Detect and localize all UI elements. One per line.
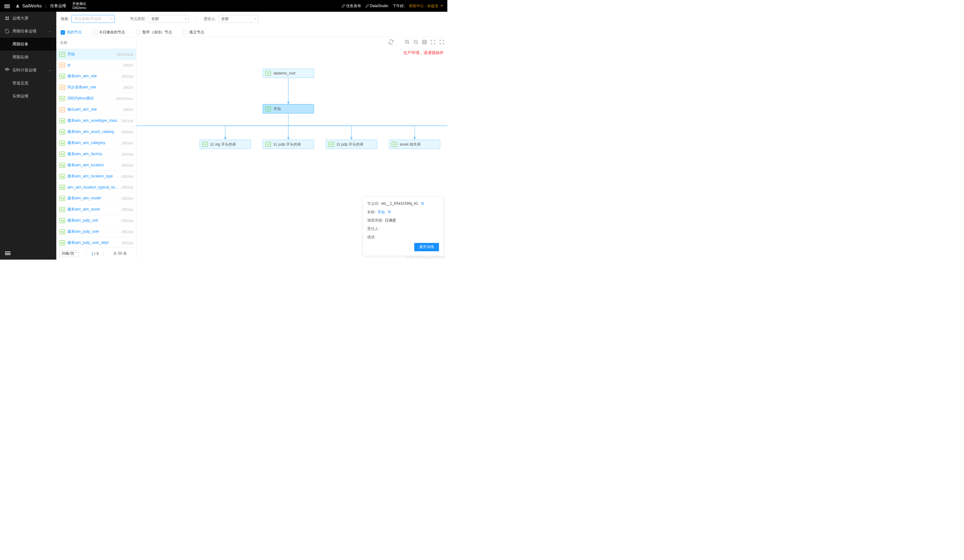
link-task-publish[interactable]: 任务发布 [342, 3, 361, 9]
expand-detail-button[interactable]: 展开详情 [414, 243, 439, 251]
dag-node[interactable]: Vi开始 [263, 104, 314, 114]
list-item[interactable]: Sq建表aim_aim_asset_catalogZBDSql [56, 127, 136, 138]
type-badge: Vi [265, 142, 271, 147]
svg-rect-3 [7, 19, 9, 20]
page-next[interactable]: 〉 [101, 251, 107, 256]
list-item[interactable]: Sq建表aim_aim_assetZBDSql [56, 204, 136, 215]
chevron-up-icon: ︿ [48, 68, 51, 72]
node-detail-panel: 节点ID:ws__1_kXa1#1bIq_e1⧉ 名称:开始⧉ 调度周期:日调度… [363, 196, 444, 256]
list-item[interactable]: Sq建表aim_judp_unitZBDSql [56, 215, 136, 226]
type-badge: Sq [59, 240, 65, 245]
env-name: 开发测试 [72, 2, 86, 6]
user-menu[interactable]: 研发中心 - 余益龙 [409, 3, 443, 9]
detail-desc-label: 描述: [367, 235, 376, 240]
chk-my-nodes[interactable]: ✓ 我的节点 [61, 30, 82, 35]
page-size-select[interactable]: 20条/页 ▾ [59, 250, 79, 257]
owner-value: 全部 [221, 16, 229, 22]
type-badge: Vi [265, 71, 271, 76]
dag-node[interactable]: Vidademo_root [263, 68, 314, 78]
chk-today-modified[interactable]: 今日修改的节点 [93, 30, 125, 35]
svg-marker-11 [224, 137, 226, 140]
dag-node[interactable]: Vi以 judp 开头的表 [263, 140, 314, 149]
list-item[interactable]: Sq建表aim_aim_categoryZBDSql [56, 138, 136, 149]
node-name: di [67, 63, 123, 67]
node-type: ZBDSql [121, 219, 133, 222]
list-item[interactable]: Sq建表aim_aim_assettype_classZBDSql [56, 115, 136, 127]
node-type: ZBDSql [121, 75, 133, 78]
list-item[interactable]: Di同步源表aim_siteZBDDi [56, 82, 136, 93]
chk-label: 暂停（冻结）节点 [142, 30, 172, 35]
node-name: 建表aim_aim_factroy [67, 151, 121, 157]
dag-node-label: 以 xtg 开头的表 [210, 142, 236, 147]
type-badge: Vi [202, 142, 208, 147]
detail-id-label: 节点ID: [367, 201, 379, 206]
dag-node[interactable]: Vi以 pdp 开头的表 [326, 140, 377, 149]
clear-icon[interactable]: ✕ [110, 17, 112, 21]
chk-orphan[interactable]: 孤立节点 [183, 30, 204, 35]
chevron-up-icon: ︿ [48, 29, 51, 33]
node-type: ZBDDi [123, 86, 133, 89]
type-badge: Di [59, 107, 65, 112]
node-name: 建表aim_aim_location_type [67, 174, 121, 179]
dag-node[interactable]: Vi以 xtg 开头的表 [200, 140, 251, 149]
detail-name-label: 名称: [367, 209, 376, 215]
checkbox-icon [183, 30, 187, 35]
greeting: 下午好, [392, 3, 405, 9]
detail-sched-label: 调度周期: [367, 218, 383, 223]
sidebar-item-instance-ops[interactable]: 实例运维 [0, 89, 56, 102]
list-item[interactable]: DidiZBDDi [56, 60, 136, 71]
node-type: ZBDDi [123, 108, 133, 112]
list-item[interactable]: Di输出aim_aim_siteZBDDi [56, 104, 136, 115]
node-list[interactable]: Vi开始ZBDVirtualDidiZBDDiSq建表aim_aim_siteZ… [56, 49, 136, 247]
dag-node[interactable]: Viasset 相关表 [389, 140, 440, 149]
sidebar-label: 周期任务运维 [12, 28, 36, 34]
page-size-value: 20条/页 [62, 251, 74, 256]
sidebar-collapse[interactable] [0, 247, 56, 260]
list-item[interactable]: PyZBDPython测试ZBDPython [56, 93, 136, 104]
checkbox-icon [93, 30, 97, 35]
type-badge: Sq [59, 118, 65, 123]
node-name: 建表aim_aim_asset_catalog [67, 129, 121, 135]
watermark: CSDN @OkGogooXSailboat [406, 256, 446, 259]
sidebar-item-pipeline-overview[interactable]: 管道总览 [0, 77, 56, 89]
sidebar-item-realtime-ops[interactable]: 实时计算运维 ︿ [0, 64, 56, 77]
sidebar-item-dashboard[interactable]: 运维大屏 [0, 12, 56, 25]
node-type: ZBDDi [123, 63, 133, 67]
hamburger-icon[interactable] [4, 4, 10, 8]
env-selector[interactable]: 开发测试 DADemo [72, 2, 86, 10]
type-select[interactable]: 全部 ▾ [148, 15, 189, 23]
node-list-pane: 名称 Vi开始ZBDVirtualDidiZBDDiSq建表aim_aim_si… [56, 37, 137, 260]
sidebar-label: 周期实例 [12, 54, 28, 60]
list-item[interactable]: Sq建表aim_aim_locationZBDSql [56, 160, 136, 171]
node-name: 建表aim_judp_unit [67, 218, 121, 223]
sidebar-item-periodic-task[interactable]: 周期任务 [0, 38, 56, 51]
cycle-icon [5, 29, 9, 33]
svg-rect-0 [6, 17, 7, 18]
copy-icon[interactable]: ⧉ [388, 209, 391, 215]
list-item[interactable]: Sq建表aim_aim_factroyZBDSql [56, 149, 136, 160]
dag-canvas[interactable]: 生产环境，请谨慎操作 Vidademo_rootVi开始Vi相关表Vi以 xtg… [137, 37, 447, 260]
copy-icon[interactable]: ⧉ [421, 201, 424, 206]
type-badge: Sq [59, 74, 65, 79]
chk-paused[interactable]: 暂停（冻结）节点 [136, 30, 172, 35]
list-item[interactable]: Sq建表aim_aim_location_typeZBDSql [56, 171, 136, 182]
list-item[interactable]: Sq建表aim_judp_user_deptZBDSql [56, 237, 136, 247]
list-item[interactable]: Sq建表aim_aim_siteZBDSql [56, 71, 136, 82]
list-item[interactable]: Sqaim_aim_location_typical_str...ZBDSql [56, 182, 136, 193]
list-item[interactable]: Sq建表aim_aim_modelZBDSql [56, 193, 136, 204]
page-prev[interactable]: 〈 [82, 251, 88, 256]
list-item[interactable]: Sq建表aim_judp_userZBDSql [56, 226, 136, 237]
link-datastudio[interactable]: DataStudio [365, 4, 388, 8]
sidebar-item-periodic-ops[interactable]: 周期任务运维 ︿ [0, 25, 56, 38]
dag-node-label: 以 judp 开头的表 [274, 142, 301, 147]
svg-marker-14 [413, 137, 416, 140]
svg-marker-9 [287, 102, 290, 104]
type-badge: Di [59, 63, 65, 68]
detail-name-value[interactable]: 开始 [378, 209, 385, 215]
owner-select[interactable]: 全部 ▾ [218, 15, 259, 23]
search-label: 搜索: [61, 16, 69, 22]
list-item[interactable]: Vi开始ZBDVirtual [56, 49, 136, 60]
search-input[interactable]: 节点名称/节点ID ✕ [72, 15, 115, 23]
node-name: 建表aim_aim_category [67, 140, 121, 146]
sidebar-item-periodic-instance[interactable]: 周期实例 [0, 51, 56, 64]
